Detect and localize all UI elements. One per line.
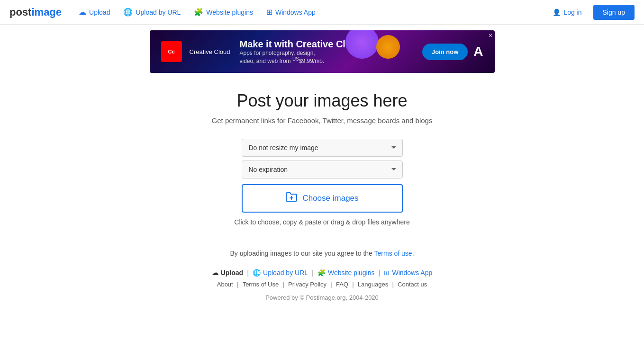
ad-brand: Creative Cloud xyxy=(190,48,230,55)
folder-icon xyxy=(285,192,298,205)
nav-upload-label: Upload xyxy=(89,9,110,16)
adobe-logo: Cc xyxy=(161,41,182,62)
choose-images-label: Choose images xyxy=(302,194,358,203)
footer-links: About | Terms of Use | Privacy Policy | … xyxy=(217,280,427,288)
terms-prefix: By uploading images to our site you agre… xyxy=(230,250,374,257)
drag-hint: Click to choose, copy & paste or drag & … xyxy=(234,218,409,226)
main-content: Post your images here Get permanent link… xyxy=(0,77,644,311)
ad-close[interactable]: ✕ xyxy=(488,32,493,39)
login-label: Log in xyxy=(563,9,581,16)
ad-brand-text: Creative Cloud xyxy=(190,48,230,55)
footer-puzzle-icon: 🧩 xyxy=(317,269,326,277)
choose-images-button[interactable]: Choose images xyxy=(242,184,403,213)
logo-image: image xyxy=(31,6,62,18)
user-icon: 👤 xyxy=(553,9,561,16)
nav-windows-app[interactable]: ⊞ Windows App xyxy=(261,5,321,19)
nav-windows-app-label: Windows App xyxy=(275,9,316,16)
ad-orbs xyxy=(345,30,399,60)
footer-globe-icon: 🌐 xyxy=(253,269,261,277)
nav-website-plugins[interactable]: 🧩 Website plugins xyxy=(188,5,259,19)
orb2 xyxy=(376,35,400,59)
footer-upload-by-url[interactable]: 🌐 Upload by URL xyxy=(253,269,308,277)
login-button[interactable]: 👤 Log in xyxy=(547,6,587,19)
footer-website-plugins-label: Website plugins xyxy=(328,269,375,277)
expiration-select[interactable]: No expiration 1 day 1 week 1 month 3 mon… xyxy=(242,161,403,178)
ad-inner: Cc Creative Cloud Make it with Creative … xyxy=(150,30,495,73)
footer-upload-icon: ☁ xyxy=(212,269,218,277)
ad-left: Cc Creative Cloud xyxy=(161,41,230,62)
logo[interactable]: postimage xyxy=(9,6,62,18)
footer-about[interactable]: About xyxy=(217,281,233,288)
logo-post: post xyxy=(9,6,31,18)
terms-period: . xyxy=(412,250,414,257)
puzzle-nav-icon: 🧩 xyxy=(194,8,203,17)
footer-contact-us[interactable]: Contact us xyxy=(398,281,427,288)
page-subtitle: Get permanent links for Facebook, Twitte… xyxy=(212,116,433,125)
terms-link[interactable]: Terms of use xyxy=(374,250,412,257)
footer-terms-of-use[interactable]: Terms of Use xyxy=(243,281,279,288)
ad-cta-button[interactable]: Join now xyxy=(422,44,468,60)
header-actions: 👤 Log in Sign up xyxy=(547,5,635,20)
main-nav: ☁ Upload 🌐 Upload by URL 🧩 Website plugi… xyxy=(73,5,547,19)
page-title: Post your images here xyxy=(236,91,407,111)
nav-upload-by-url[interactable]: 🌐 Upload by URL xyxy=(118,5,186,19)
terms-text: By uploading images to our site you agre… xyxy=(230,250,414,257)
footer-upload-label: Upload xyxy=(221,269,243,277)
footer-website-plugins[interactable]: 🧩 Website plugins xyxy=(317,269,375,277)
upload-cloud-icon: ☁ xyxy=(79,8,86,17)
footer-windows-app-label: Windows App xyxy=(392,269,432,277)
footer-windows-icon: ⊞ xyxy=(384,269,390,277)
footer-windows-app[interactable]: ⊞ Windows App xyxy=(384,269,432,277)
resize-select[interactable]: Do not resize my image 320x240 (QVGA) 64… xyxy=(242,139,403,157)
footer-upload: ☁ Upload xyxy=(212,269,243,277)
ad-banner: Cc Creative Cloud Make it with Creative … xyxy=(0,25,644,77)
footer-languages[interactable]: Languages xyxy=(358,281,388,288)
footer-copyright: Powered by © Postimage.org, 2004-2020 xyxy=(265,294,379,301)
nav-website-plugins-label: Website plugins xyxy=(206,9,253,16)
footer-privacy-policy[interactable]: Privacy Policy xyxy=(288,281,327,288)
signup-button[interactable]: Sign up xyxy=(593,5,635,20)
ad-right-group: Join now A xyxy=(422,44,483,60)
windows-nav-icon: ⊞ xyxy=(266,8,272,17)
header: postimage ☁ Upload 🌐 Upload by URL 🧩 Web… xyxy=(0,0,644,25)
footer-nav: ☁ Upload | 🌐 Upload by URL | 🧩 Website p… xyxy=(212,268,433,277)
nav-upload[interactable]: ☁ Upload xyxy=(73,5,116,19)
adobe-icon: A xyxy=(473,44,483,59)
globe-nav-icon: 🌐 xyxy=(123,8,133,17)
nav-upload-by-url-label: Upload by URL xyxy=(136,9,181,16)
footer-faq[interactable]: FAQ xyxy=(336,281,348,288)
orb1 xyxy=(345,30,379,59)
footer-upload-by-url-label: Upload by URL xyxy=(263,269,308,277)
upload-controls: Do not resize my image 320x240 (QVGA) 64… xyxy=(242,139,403,178)
